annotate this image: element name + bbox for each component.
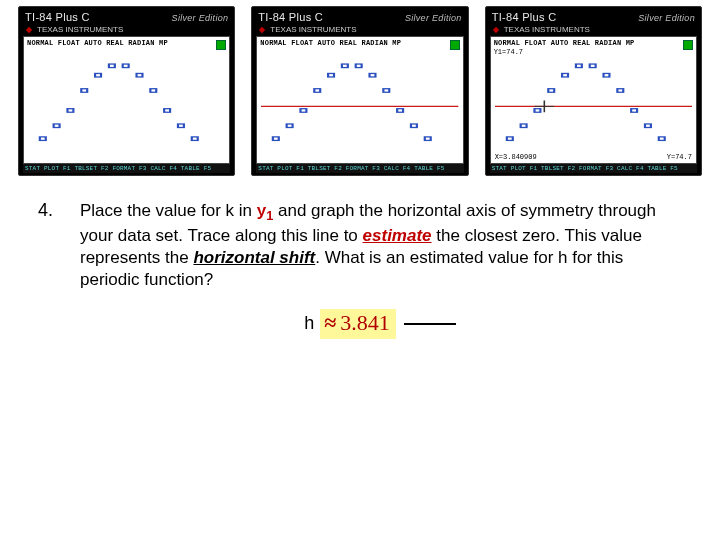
scatter-chart xyxy=(261,57,458,151)
calc-screen: NORMAL FLOAT AUTO REAL RADIAN MP xyxy=(23,36,230,164)
svg-rect-8 xyxy=(150,89,156,93)
question-number: 4. xyxy=(38,200,62,221)
answer-label: h xyxy=(304,312,314,335)
svg-rect-23 xyxy=(425,137,431,141)
svg-rect-22 xyxy=(411,124,417,128)
calc-logo-text: TEXAS INSTRUMENTS xyxy=(270,25,356,34)
svg-rect-6 xyxy=(123,64,129,68)
mode-bar: NORMAL FLOAT AUTO REAL RADIAN MP xyxy=(491,37,696,48)
answer-row: h ≈ 3.841 xyxy=(80,309,680,339)
mode-bar: NORMAL FLOAT AUTO REAL RADIAN MP xyxy=(24,37,229,48)
ti-logo-icon xyxy=(25,26,33,34)
text-part: Place the value for k in xyxy=(80,201,257,220)
calc-title: TI-84 Plus C Silver Edition xyxy=(23,11,230,25)
svg-rect-28 xyxy=(562,73,568,77)
svg-rect-0 xyxy=(40,137,46,141)
svg-rect-9 xyxy=(164,109,170,113)
trace-readout: X=3.840909 Y=74.7 xyxy=(495,153,692,161)
svg-rect-21 xyxy=(397,109,403,113)
approx-icon: ≈ xyxy=(324,309,336,338)
calc-edition: Silver Edition xyxy=(405,13,462,23)
calc-screen: NORMAL FLOAT AUTO REAL RADIAN MP Y1=74.7 xyxy=(490,36,697,164)
softkeys: STAT PLOT F1 TBLSET F2 FORMAT F3 CALC F4… xyxy=(256,164,463,173)
svg-rect-29 xyxy=(576,64,582,68)
trace-cursor-icon xyxy=(534,100,554,112)
battery-icon xyxy=(450,40,460,50)
svg-rect-10 xyxy=(178,124,184,128)
calc-model: TI-84 Plus C xyxy=(492,11,557,23)
answer-blank xyxy=(404,323,456,325)
trace-x: X=3.840909 xyxy=(495,153,537,161)
y1-label: y1 xyxy=(257,201,274,220)
svg-rect-19 xyxy=(370,73,376,77)
calc-logo-text: TEXAS INSTRUMENTS xyxy=(37,25,123,34)
calc-model: TI-84 Plus C xyxy=(258,11,323,23)
svg-rect-27 xyxy=(548,89,554,93)
svg-rect-4 xyxy=(95,73,101,77)
plot-area xyxy=(28,57,225,151)
svg-rect-13 xyxy=(287,124,293,128)
calc-title: TI-84 Plus C Silver Edition xyxy=(256,11,463,25)
question-text: Place the value for k in y1 and graph th… xyxy=(80,200,680,339)
svg-rect-15 xyxy=(315,89,321,93)
svg-rect-30 xyxy=(589,64,595,68)
ti-logo-icon xyxy=(258,26,266,34)
svg-rect-1 xyxy=(54,124,60,128)
data-points xyxy=(273,64,431,140)
answer-value: 3.841 xyxy=(340,309,390,338)
plot-area xyxy=(495,57,692,151)
calc-edition: Silver Edition xyxy=(638,13,695,23)
svg-rect-24 xyxy=(506,137,512,141)
calc-logo: TEXAS INSTRUMENTS xyxy=(256,25,463,36)
svg-rect-2 xyxy=(67,109,73,113)
svg-rect-7 xyxy=(137,73,143,77)
svg-rect-5 xyxy=(109,64,115,68)
svg-rect-14 xyxy=(301,109,307,113)
svg-rect-31 xyxy=(603,73,609,77)
plot-area xyxy=(261,57,458,151)
battery-icon xyxy=(683,40,693,50)
svg-rect-34 xyxy=(645,124,651,128)
trace-y: Y=74.7 xyxy=(667,153,692,161)
calc-title: TI-84 Plus C Silver Edition xyxy=(490,11,697,25)
calc-right: TI-84 Plus C Silver Edition TEXAS INSTRU… xyxy=(485,6,702,176)
scatter-chart xyxy=(495,57,692,151)
equation-bar: Y1=74.7 xyxy=(491,48,696,57)
emphasis-estimate: estimate xyxy=(363,226,432,245)
calc-left: TI-84 Plus C Silver Edition TEXAS INSTRU… xyxy=(18,6,235,176)
calc-screen: NORMAL FLOAT AUTO REAL RADIAN MP xyxy=(256,36,463,164)
svg-rect-17 xyxy=(342,64,348,68)
svg-rect-33 xyxy=(631,109,637,113)
ti-logo-icon xyxy=(492,26,500,34)
calc-logo-text: TEXAS INSTRUMENTS xyxy=(504,25,590,34)
battery-icon xyxy=(216,40,226,50)
svg-rect-20 xyxy=(384,89,390,93)
scatter-chart xyxy=(28,57,225,151)
svg-rect-26 xyxy=(534,109,540,113)
calc-logo: TEXAS INSTRUMENTS xyxy=(23,25,230,36)
calc-middle: TI-84 Plus C Silver Edition TEXAS INSTRU… xyxy=(251,6,468,176)
softkeys: STAT PLOT F1 TBLSET F2 FORMAT F3 CALC F4… xyxy=(23,164,230,173)
svg-rect-18 xyxy=(356,64,362,68)
calc-model: TI-84 Plus C xyxy=(25,11,90,23)
emphasis-horizontal-shift: horizontal shift xyxy=(193,248,315,267)
question-block: 4. Place the value for k in y1 and graph… xyxy=(0,176,720,339)
calc-logo: TEXAS INSTRUMENTS xyxy=(490,25,697,36)
svg-rect-16 xyxy=(328,73,334,77)
svg-rect-25 xyxy=(520,124,526,128)
mode-bar: NORMAL FLOAT AUTO REAL RADIAN MP xyxy=(257,37,462,48)
data-points xyxy=(506,64,664,140)
svg-rect-12 xyxy=(273,137,279,141)
svg-rect-11 xyxy=(192,137,198,141)
svg-rect-3 xyxy=(81,89,87,93)
softkeys: STAT PLOT F1 TBLSET F2 FORMAT F3 CALC F4… xyxy=(490,164,697,173)
calculator-row: TI-84 Plus C Silver Edition TEXAS INSTRU… xyxy=(0,0,720,176)
svg-rect-35 xyxy=(658,137,664,141)
data-points xyxy=(40,64,198,140)
svg-rect-32 xyxy=(617,89,623,93)
calc-edition: Silver Edition xyxy=(172,13,229,23)
answer-highlight: ≈ 3.841 xyxy=(320,309,396,339)
